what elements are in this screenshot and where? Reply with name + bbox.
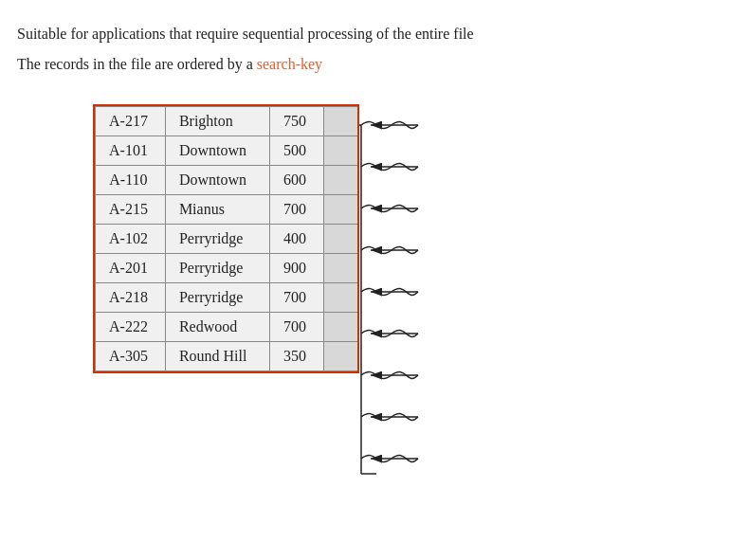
table-row: A-218Perryridge700 [96, 283, 358, 313]
pointer-cell [323, 195, 357, 225]
balance-cell: 350 [269, 342, 323, 371]
balance-cell: 500 [269, 136, 323, 166]
pointer-cell [323, 136, 357, 166]
balance-cell: 750 [269, 107, 323, 136]
account-cell: A-101 [96, 136, 166, 166]
account-cell: A-110 [96, 166, 166, 195]
branch-cell: Redwood [165, 313, 269, 342]
account-cell: A-102 [96, 225, 166, 254]
table-row: A-217Brighton750 [96, 107, 358, 136]
pointer-cell [323, 313, 357, 342]
intro-line2: The records in the file are ordered by a… [17, 53, 706, 76]
pointer-cell [323, 283, 357, 313]
pointer-cell [323, 225, 357, 254]
account-cell: A-201 [96, 254, 166, 283]
account-cell: A-215 [96, 195, 166, 225]
balance-cell: 600 [269, 166, 323, 195]
table-area: A-217Brighton750A-101Downtown500A-110Dow… [93, 104, 706, 479]
branch-cell: Downtown [165, 166, 269, 195]
branch-cell: Downtown [165, 136, 269, 166]
branch-cell: Round Hill [165, 342, 269, 371]
spring-arrows [359, 104, 424, 479]
table-row: A-222Redwood700 [96, 313, 358, 342]
intro-line1: Suitable for applications that require s… [17, 23, 706, 45]
pointer-cell [323, 166, 357, 195]
data-table: A-217Brighton750A-101Downtown500A-110Dow… [95, 106, 357, 371]
branch-cell: Perryridge [165, 254, 269, 283]
branch-cell: Brighton [165, 107, 269, 136]
account-cell: A-222 [96, 313, 166, 342]
data-table-wrapper: A-217Brighton750A-101Downtown500A-110Dow… [93, 104, 359, 373]
account-cell: A-218 [96, 283, 166, 313]
table-row: A-215Mianus700 [96, 195, 358, 225]
branch-cell: Perryridge [165, 225, 269, 254]
balance-cell: 700 [269, 313, 323, 342]
branch-cell: Mianus [165, 195, 269, 225]
table-row: A-201Perryridge900 [96, 254, 358, 283]
branch-cell: Perryridge [165, 283, 269, 313]
balance-cell: 700 [269, 195, 323, 225]
balance-cell: 900 [269, 254, 323, 283]
table-row: A-305Round Hill350 [96, 342, 358, 371]
search-key-term: search-key [257, 56, 322, 72]
balance-cell: 700 [269, 283, 323, 313]
account-cell: A-217 [96, 107, 166, 136]
intro-line2-prefix: The records in the file are ordered by a [17, 56, 257, 72]
table-row: A-101Downtown500 [96, 136, 358, 166]
account-cell: A-305 [96, 342, 166, 371]
table-row: A-110Downtown600 [96, 166, 358, 195]
balance-cell: 400 [269, 225, 323, 254]
pointer-cell [323, 342, 357, 371]
table-row: A-102Perryridge400 [96, 225, 358, 254]
pointer-cell [323, 254, 357, 283]
pointer-cell [323, 107, 357, 136]
